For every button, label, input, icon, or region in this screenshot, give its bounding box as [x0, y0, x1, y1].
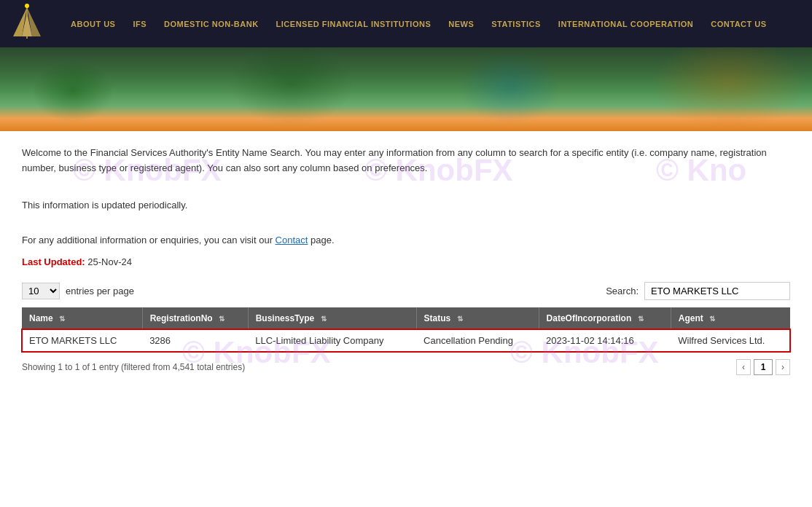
last-updated-date: 25-Nov-24: [87, 256, 132, 267]
table-header-row: Name ⇅ RegistrationNo ⇅ BusinessType ⇅ S…: [22, 307, 790, 329]
sort-arrows-date: ⇅: [638, 315, 644, 323]
nav-international[interactable]: INTERNATIONAL COOPERATION: [550, 20, 702, 28]
cell-name: ETO MARKETS LLC: [22, 329, 142, 352]
cell-status: Cancellation Pending: [416, 329, 539, 352]
cell-business-type: LLC-Limited Liability Company: [248, 329, 416, 352]
cell-agent: Wilfred Services Ltd.: [671, 329, 790, 352]
nav-links: ABOUT US IFS DOMESTIC NON-BANK LICENSED …: [62, 20, 805, 28]
search-input[interactable]: [644, 282, 790, 300]
table-header: Name ⇅ RegistrationNo ⇅ BusinessType ⇅ S…: [22, 307, 790, 329]
nav-ifs[interactable]: IFS: [124, 20, 155, 28]
intro-p3-prefix: For any additional information or enquir…: [22, 235, 276, 245]
nav-licensed-financial[interactable]: LICENSED FINANCIAL INSTITUTIONS: [268, 20, 440, 28]
sort-arrows-status: ⇅: [457, 315, 463, 323]
logo-icon: [7, 4, 47, 44]
page-1-button[interactable]: 1: [754, 359, 773, 375]
cell-date-incorp: 2023-11-02 14:14:16: [539, 329, 671, 352]
table-controls: 10 25 50 100 entries per page Search:: [22, 282, 790, 300]
nav-news[interactable]: NEWS: [440, 20, 483, 28]
next-page-button[interactable]: ›: [776, 359, 790, 375]
intro-paragraph-1: Welcome to the Financial Services Author…: [22, 146, 790, 176]
last-updated-row: Last Updated: 25-Nov-24: [22, 256, 790, 267]
col-header-agent[interactable]: Agent ⇅: [671, 307, 790, 329]
intro-paragraph-3: For any additional information or enquir…: [22, 235, 790, 245]
logo-area: [7, 4, 47, 44]
entries-left: 10 25 50 100 entries per page: [22, 283, 134, 299]
hero-image: [0, 47, 812, 131]
search-right: Search:: [606, 282, 790, 300]
col-header-status[interactable]: Status ⇅: [416, 307, 539, 329]
nav-about-us[interactable]: ABOUT US: [62, 20, 124, 28]
nav-domestic-non-bank[interactable]: DOMESTIC NON-BANK: [155, 20, 268, 28]
sort-arrows-biz: ⇅: [321, 315, 327, 323]
content-container: © KnobFX © KnobFX © Kno © KnobFX © KnobF…: [0, 131, 812, 390]
contact-link[interactable]: Contact: [276, 235, 308, 245]
search-label: Search:: [606, 286, 639, 296]
sort-arrows-name: ⇅: [59, 315, 65, 323]
table-body: ETO MARKETS LLC 3286 LLC-Limited Liabili…: [22, 329, 790, 352]
sort-arrows-reg: ⇅: [219, 315, 225, 323]
entries-per-page-label: entries per page: [66, 286, 134, 296]
hero-overlay: [0, 47, 812, 131]
intro-paragraph-2: This information is updated periodically…: [22, 198, 790, 213]
pagination: ‹ 1 ›: [736, 359, 790, 375]
prev-page-button[interactable]: ‹: [736, 359, 751, 375]
pagination-row: Showing 1 to 1 of 1 entry (filtered from…: [22, 359, 790, 375]
entries-per-page-select[interactable]: 10 25 50 100: [22, 283, 60, 299]
col-header-reg-no[interactable]: RegistrationNo ⇅: [142, 307, 248, 329]
last-updated-label: Last Updated:: [22, 256, 85, 267]
data-table: Name ⇅ RegistrationNo ⇅ BusinessType ⇅ S…: [22, 307, 790, 352]
col-header-name[interactable]: Name ⇅: [22, 307, 142, 329]
showing-text: Showing 1 to 1 of 1 entry (filtered from…: [22, 362, 245, 372]
nav-statistics[interactable]: STATISTICS: [483, 20, 550, 28]
main-content: Welcome to the Financial Services Author…: [0, 131, 812, 390]
navbar: ABOUT US IFS DOMESTIC NON-BANK LICENSED …: [0, 0, 812, 47]
cell-reg-no: 3286: [142, 329, 248, 352]
col-header-business-type[interactable]: BusinessType ⇅: [248, 307, 416, 329]
sort-arrows-agent: ⇅: [709, 315, 715, 323]
table-row: ETO MARKETS LLC 3286 LLC-Limited Liabili…: [22, 329, 790, 352]
intro-p3-suffix: page.: [308, 235, 334, 245]
nav-contact-us[interactable]: CONTACT US: [702, 20, 775, 28]
svg-point-4: [25, 4, 29, 8]
col-header-date-incorp[interactable]: DateOfIncorporation ⇅: [539, 307, 671, 329]
